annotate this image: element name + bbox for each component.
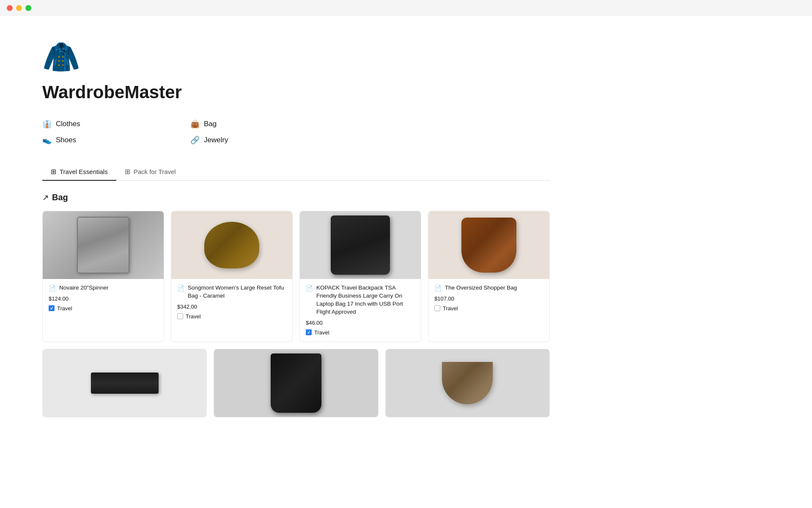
card-kopack: 📄 KOPACK Travel Backpack TSA Friendly Bu… xyxy=(299,211,421,342)
main-content: 🧥 WardrobeMaster 👔 Clothes 👜 Bag 👟 Shoes… xyxy=(0,16,592,434)
card-title-row-3: 📄 KOPACK Travel Backpack TSA Friendly Bu… xyxy=(306,284,415,316)
card-image-brown-bag xyxy=(171,211,292,279)
tab-pack-for-travel[interactable]: ⊞ Pack for Travel xyxy=(116,163,184,181)
card-title-2: Songmont Women's Large Reset Tofu Bag - … xyxy=(188,284,286,300)
doc-icon-3: 📄 xyxy=(306,285,313,292)
card-title-row-4: 📄 The Oversized Shopper Bag xyxy=(434,284,543,292)
jewelry-icon: 🔗 xyxy=(190,135,200,145)
card-content-4: 📄 The Oversized Shopper Bag $107.00 Trav… xyxy=(428,279,549,318)
card-price-1: $124.00 xyxy=(49,295,158,302)
card-title-row-1: 📄 Novaire 20"Spinner xyxy=(49,284,158,292)
card-price-3: $46.00 xyxy=(306,320,415,326)
tab-pack-icon: ⊞ xyxy=(125,168,130,176)
clothes-icon: 👔 xyxy=(42,119,52,129)
doc-icon-1: 📄 xyxy=(49,285,56,292)
titlebar xyxy=(0,0,812,16)
tag-label-3: Travel xyxy=(314,329,329,336)
card-crescent xyxy=(385,349,550,417)
card-image-shopper xyxy=(428,211,549,279)
shoes-label: Shoes xyxy=(56,136,76,144)
card-title-row-2: 📄 Songmont Women's Large Reset Tofu Bag … xyxy=(177,284,286,300)
tab-pack-label: Pack for Travel xyxy=(134,168,176,175)
tag-label-2: Travel xyxy=(186,313,201,320)
cards-grid-bottom xyxy=(42,349,550,417)
clothes-label: Clothes xyxy=(56,120,80,128)
tag-label-1: Travel xyxy=(57,305,72,312)
app-icon: 🧥 xyxy=(42,41,550,72)
card-title-3: KOPACK Travel Backpack TSA Friendly Busi… xyxy=(316,284,415,316)
card-image-luggage xyxy=(43,211,164,279)
card-belt-bag xyxy=(42,349,207,417)
category-clothes[interactable]: 👔 Clothes xyxy=(42,118,148,130)
card-black-tote xyxy=(214,349,378,417)
tag-label-4: Travel xyxy=(443,305,458,312)
card-shopper: 📄 The Oversized Shopper Bag $107.00 Trav… xyxy=(428,211,550,342)
link-out-icon: ↗ xyxy=(42,193,49,202)
app-title: WardrobeMaster xyxy=(42,82,550,102)
tag-checkbox-4[interactable] xyxy=(434,305,440,311)
section-heading: ↗ Bag xyxy=(42,193,550,202)
maximize-button[interactable] xyxy=(25,5,31,11)
bag-icon: 👜 xyxy=(190,119,200,129)
card-tag-2: Travel xyxy=(177,313,286,320)
card-content-1: 📄 Novaire 20"Spinner $124.00 Travel xyxy=(43,279,164,318)
category-jewelry[interactable]: 🔗 Jewelry xyxy=(190,134,296,146)
card-title-1: Novaire 20"Spinner xyxy=(59,284,109,292)
card-content-3: 📄 KOPACK Travel Backpack TSA Friendly Bu… xyxy=(300,279,421,342)
close-button[interactable] xyxy=(7,5,13,11)
tag-checkbox-2[interactable] xyxy=(177,313,183,319)
tag-checkbox-1[interactable] xyxy=(49,305,55,311)
card-tag-4: Travel xyxy=(434,305,543,312)
category-shoes[interactable]: 👟 Shoes xyxy=(42,134,148,146)
bag-label: Bag xyxy=(204,120,217,128)
card-novaire: 📄 Novaire 20"Spinner $124.00 Travel xyxy=(42,211,164,342)
card-content-2: 📄 Songmont Women's Large Reset Tofu Bag … xyxy=(171,279,292,326)
tab-travel-essentials[interactable]: ⊞ Travel Essentials xyxy=(42,163,116,181)
card-image-crescent xyxy=(386,349,549,417)
minimize-button[interactable] xyxy=(16,5,22,11)
card-price-2: $342.00 xyxy=(177,304,286,310)
tabs-bar: ⊞ Travel Essentials ⊞ Pack for Travel xyxy=(42,163,550,181)
card-image-backpack xyxy=(300,211,421,279)
doc-icon-2: 📄 xyxy=(177,285,184,292)
doc-icon-4: 📄 xyxy=(434,285,442,292)
section-title: Bag xyxy=(52,193,68,202)
category-bag[interactable]: 👜 Bag xyxy=(190,118,296,130)
jewelry-label: Jewelry xyxy=(204,136,228,144)
tag-checkbox-3[interactable] xyxy=(306,329,312,335)
card-title-4: The Oversized Shopper Bag xyxy=(445,284,517,292)
card-songmont: 📄 Songmont Women's Large Reset Tofu Bag … xyxy=(171,211,293,342)
tab-travel-label: Travel Essentials xyxy=(60,168,108,175)
card-image-belt-bag xyxy=(43,349,206,417)
categories-grid: 👔 Clothes 👜 Bag 👟 Shoes 🔗 Jewelry xyxy=(42,118,296,146)
shoes-icon: 👟 xyxy=(42,135,52,145)
tab-travel-icon: ⊞ xyxy=(51,168,56,176)
card-image-black-tote xyxy=(214,349,378,417)
cards-grid-top: 📄 Novaire 20"Spinner $124.00 Travel 📄 So… xyxy=(42,211,550,342)
card-price-4: $107.00 xyxy=(434,295,543,302)
card-tag-3: Travel xyxy=(306,329,415,336)
card-tag-1: Travel xyxy=(49,305,158,312)
